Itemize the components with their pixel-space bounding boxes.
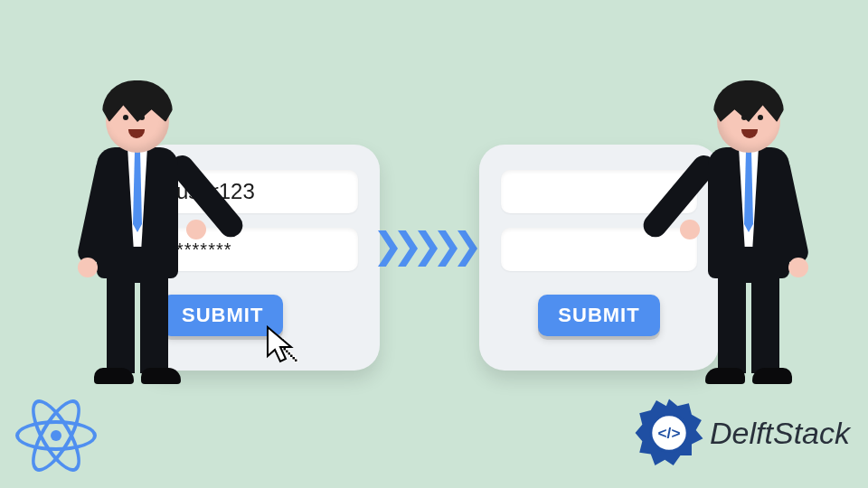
password-input[interactable] xyxy=(501,228,697,271)
delftstack-logo: </> DelftStack xyxy=(634,398,850,468)
transition-arrows-icon xyxy=(378,230,477,267)
svg-marker-0 xyxy=(268,327,291,361)
diagram-stage: user123 ******* SUBMIT ⭦︎ SUBMIT xyxy=(0,0,868,488)
submit-button[interactable]: SUBMIT xyxy=(538,295,659,336)
react-logo-icon xyxy=(20,399,92,472)
mouse-cursor-icon xyxy=(264,325,302,369)
svg-text:</>: </> xyxy=(658,424,681,442)
character-left xyxy=(83,77,192,375)
delftstack-label: DelftStack xyxy=(710,416,850,451)
character-right xyxy=(694,77,803,375)
delftstack-badge-icon: </> xyxy=(634,398,704,468)
